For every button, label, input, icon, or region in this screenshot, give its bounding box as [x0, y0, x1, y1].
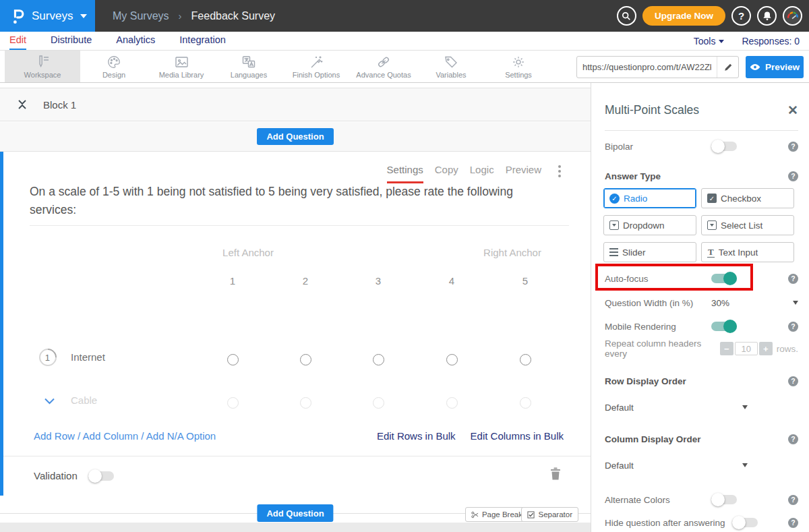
question-width-caret-icon[interactable] [793, 301, 798, 305]
answer-type-dropdown[interactable]: Dropdown [603, 215, 696, 235]
close-icon[interactable]: ✕ [787, 104, 798, 117]
question-tab-logic[interactable]: Logic [470, 164, 494, 181]
link-separator: / [75, 430, 83, 442]
nav-tab-distribute[interactable]: Distribute [51, 34, 92, 50]
radio-internet-3[interactable] [373, 354, 384, 365]
radio-cable-3[interactable] [373, 397, 384, 409]
notifications-button[interactable] [757, 6, 777, 26]
tool-finish-options[interactable]: Finish Options [282, 51, 350, 82]
tools-dropdown[interactable]: Tools [694, 36, 725, 47]
preview-button[interactable]: Preview [746, 56, 804, 78]
help-button[interactable]: ? [731, 6, 751, 26]
responses-count[interactable]: Responses: 0 [742, 36, 800, 47]
answer-type-checkbox[interactable]: ✓ Checkbox [701, 188, 794, 208]
tool-media-library[interactable]: Media Library [148, 51, 215, 82]
scale-column-4[interactable]: 4 [438, 275, 465, 287]
page-break-button[interactable]: Page Break [465, 507, 529, 522]
radio-cable-1[interactable] [227, 397, 239, 409]
image-icon [173, 55, 189, 69]
add-column-link[interactable]: Add Column [83, 430, 139, 442]
tool-advance-quotas[interactable]: Advance Quotas [350, 51, 417, 82]
auto-focus-toggle[interactable] [711, 274, 737, 283]
bipolar-row: Bipolar ? [605, 140, 798, 153]
row-label-cable[interactable]: Cable [71, 394, 97, 406]
nav-tab-integration[interactable]: Integration [179, 34, 226, 50]
block-title[interactable]: Block 1 [43, 99, 76, 111]
edit-columns-in-bulk-link[interactable]: Edit Columns in Bulk [471, 430, 564, 442]
decrement-button[interactable]: − [720, 342, 733, 355]
validation-toggle[interactable] [88, 471, 114, 481]
scale-column-1[interactable]: 1 [219, 275, 246, 287]
question-text[interactable]: On a scale of 1-5 with 1 being not satis… [30, 183, 559, 219]
mobile-rendering-help-icon[interactable]: ? [788, 322, 798, 332]
alternate-colors-help-icon[interactable]: ? [788, 495, 798, 505]
tool-design[interactable]: Design [80, 51, 148, 82]
row-label-internet[interactable]: Internet [71, 351, 105, 363]
survey-url-field [576, 56, 739, 78]
auto-focus-row: Auto-focus ? [605, 272, 798, 285]
answer-type-text-input[interactable]: T Text Input [701, 242, 794, 262]
tool-variables[interactable]: Variables [417, 51, 485, 82]
question-menu-kebab-icon[interactable] [558, 164, 561, 177]
alternate-colors-toggle[interactable] [711, 495, 737, 504]
add-row-link[interactable]: Add Row [34, 430, 75, 442]
repeat-headers-value[interactable]: 10 [735, 342, 758, 355]
auto-focus-help-icon[interactable]: ? [788, 274, 798, 284]
question-card: Settings Copy Logic Preview On a scale o… [0, 152, 591, 496]
brand-menu[interactable]: Surveys [0, 0, 95, 32]
add-question-button-top[interactable]: Add Question [257, 128, 333, 145]
survey-url-input[interactable] [577, 62, 717, 72]
collapse-block-icon[interactable] [18, 100, 27, 109]
answer-type-slider[interactable]: Slider [603, 242, 696, 262]
radio-internet-2[interactable] [300, 354, 311, 365]
alternate-colors-row: Alternate Colors ? [605, 493, 798, 506]
radio-cable-4[interactable] [446, 397, 458, 409]
question-width-value[interactable]: 30% [711, 298, 729, 308]
tool-workspace[interactable]: Workspace [5, 51, 80, 82]
validation-divider [3, 456, 591, 456]
upgrade-now-button[interactable]: Upgrade Now [642, 6, 725, 26]
increment-button[interactable]: + [759, 342, 773, 355]
hide-after-toggle[interactable] [732, 518, 758, 527]
separator-button[interactable]: Separator [521, 507, 578, 522]
answer-type-radio[interactable]: ✓ Radio [603, 188, 696, 208]
question-tab-preview[interactable]: Preview [506, 164, 541, 181]
scale-column-5[interactable]: 5 [512, 275, 539, 287]
mobile-rendering-toggle[interactable] [711, 322, 737, 331]
column-display-order-select[interactable]: Default [605, 461, 748, 471]
scale-column-3[interactable]: 3 [365, 275, 392, 287]
hide-after-help-icon[interactable]: ? [788, 518, 798, 528]
edit-rows-in-bulk-link[interactable]: Edit Rows in Bulk [377, 430, 456, 442]
radio-internet-1[interactable] [227, 354, 239, 365]
answer-type-select-list[interactable]: Select List [701, 215, 794, 235]
radio-cable-2[interactable] [300, 397, 311, 409]
radio-internet-4[interactable] [446, 354, 458, 365]
breadcrumb-separator: › [179, 10, 182, 22]
radio-internet-5[interactable] [520, 354, 531, 365]
nav-tab-analytics[interactable]: Analytics [116, 34, 155, 50]
row-chevron-down-icon[interactable] [44, 395, 55, 407]
question-tab-settings[interactable]: Settings [387, 164, 423, 183]
row-display-order-help-icon[interactable]: ? [788, 376, 798, 386]
answer-type-help-icon[interactable]: ? [788, 171, 798, 181]
delete-question-button[interactable] [550, 467, 561, 483]
right-anchor-label[interactable]: Right Anchor [462, 247, 563, 258]
account-avatar[interactable] [783, 6, 802, 26]
column-display-order-help-icon[interactable]: ? [788, 434, 798, 444]
bipolar-help-icon[interactable]: ? [788, 142, 798, 152]
add-na-option-link[interactable]: Add N/A Option [146, 430, 216, 442]
question-tab-copy[interactable]: Copy [435, 164, 458, 181]
radio-cable-5[interactable] [520, 397, 531, 409]
edit-url-button[interactable] [717, 57, 738, 78]
row-display-order-select[interactable]: Default [605, 403, 748, 413]
bipolar-toggle[interactable] [711, 142, 737, 151]
tool-languages[interactable]: Languages [215, 51, 282, 82]
left-anchor-label[interactable]: Left Anchor [198, 247, 299, 258]
nav-tab-edit[interactable]: Edit [9, 34, 26, 50]
scale-column-2[interactable]: 2 [292, 275, 319, 287]
breadcrumb-my-surveys[interactable]: My Surveys [113, 10, 169, 22]
add-question-button-bottom[interactable]: Add Question [257, 504, 333, 522]
gear-icon [510, 55, 527, 69]
search-button[interactable] [617, 6, 636, 26]
tool-settings[interactable]: Settings [485, 51, 552, 82]
